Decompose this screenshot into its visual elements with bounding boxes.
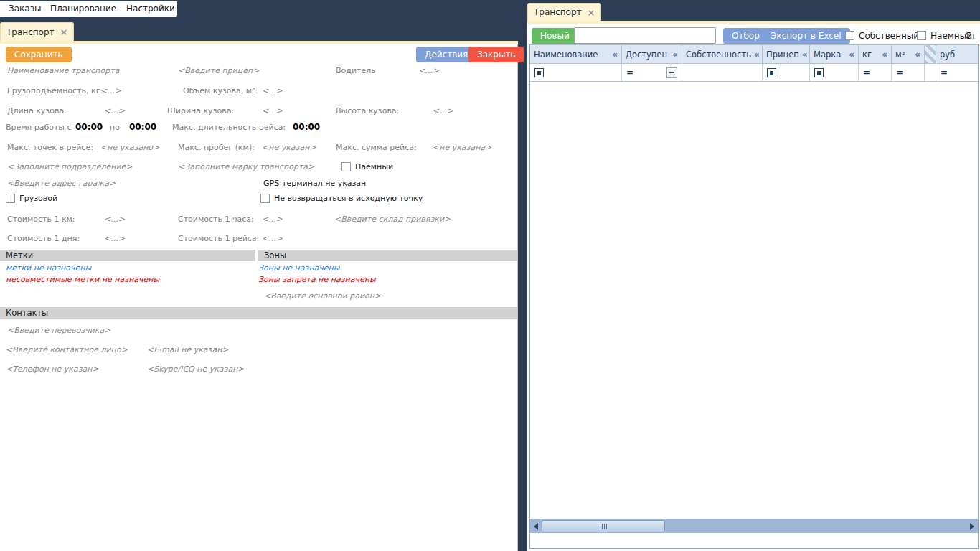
filter-cell-rub[interactable]: = [936, 64, 978, 81]
brand-field[interactable]: <Заполните марку транспорта> [178, 162, 314, 171]
filter-cell-ownership[interactable] [682, 64, 763, 81]
scroll-right-arrow-icon[interactable] [966, 519, 978, 533]
cost-km-value[interactable]: <...> [104, 215, 125, 224]
equals-operator-icon[interactable]: = [941, 67, 948, 77]
filter-cell-kg[interactable]: = [859, 64, 892, 81]
equals-operator-icon[interactable]: = [863, 67, 870, 77]
new-button[interactable]: Новый [532, 28, 578, 44]
collapse-column-icon[interactable]: « [612, 50, 618, 60]
column-header-trailer[interactable]: Прицеп « [763, 45, 810, 63]
own-checkbox-label: Собственный [859, 31, 919, 41]
garage-address-field[interactable]: <Введите адрес гаража> [7, 179, 116, 188]
close-tab-icon[interactable]: × [60, 27, 68, 37]
tags-not-assigned-link[interactable]: метки не назначены [6, 263, 91, 273]
zones-not-assigned-link[interactable]: Зоны не назначены [258, 263, 339, 273]
equals-operator-icon[interactable]: = [896, 67, 903, 77]
driver-label: Водитель [336, 66, 376, 75]
menu-item-planning[interactable]: Планирование [50, 4, 116, 14]
phone-field[interactable]: <Телефон не указан> [6, 364, 99, 374]
collapse-column-icon[interactable]: « [915, 50, 920, 60]
collapse-column-icon[interactable]: « [672, 50, 678, 60]
email-field[interactable]: <E-mail не указан> [147, 345, 229, 354]
work-time-from-value[interactable]: 00:00 [75, 122, 103, 132]
trailer-field[interactable]: <Введите прицеп> [178, 66, 259, 75]
column-header-rub[interactable]: руб [936, 45, 978, 63]
horizontal-scrollbar[interactable] [530, 519, 978, 533]
table-body-empty[interactable] [530, 82, 978, 519]
scroll-left-arrow-icon[interactable] [530, 519, 542, 533]
cargo-checkbox[interactable] [6, 194, 15, 203]
tab-transport-left[interactable]: Транспорт × [0, 22, 74, 41]
no-return-checkbox[interactable] [260, 194, 270, 203]
column-header-m3[interactable]: м³ « [892, 45, 925, 63]
collapse-column-icon[interactable]: « [849, 50, 854, 60]
cost-km-label: Стоимость 1 км: [7, 215, 75, 224]
close-tab-icon[interactable]: × [588, 8, 595, 17]
warehouse-field[interactable]: <Введите склад привязки> [334, 215, 451, 224]
search-input[interactable] [574, 27, 716, 44]
max-mileage-label: Макс. пробег (км): [178, 143, 255, 152]
tab-transport-left-label: Транспорт [6, 27, 55, 37]
actions-button[interactable]: Действия [416, 47, 476, 62]
column-header-available[interactable]: Доступен « [622, 45, 682, 63]
volume-value[interactable]: <...> [262, 86, 283, 95]
equals-operator-icon[interactable]: = [626, 67, 633, 77]
export-excel-button[interactable]: Экспорт в Excel [762, 28, 850, 44]
filter-cell-available[interactable]: = [622, 64, 682, 81]
column-resize-grip[interactable] [925, 45, 936, 63]
column-header-kg[interactable]: кг « [859, 45, 892, 63]
width-value[interactable]: <...> [262, 106, 283, 116]
filter-cell-brand[interactable] [810, 64, 859, 81]
max-sum-value[interactable]: <не указана> [433, 143, 491, 152]
collapse-column-icon[interactable]: « [802, 50, 808, 60]
skype-field[interactable]: <Skype/ICQ не указан> [147, 364, 245, 374]
cost-day-value[interactable]: <...> [104, 234, 125, 243]
filter-cell-m3[interactable]: = [892, 64, 925, 81]
main-area-field[interactable]: <Введите основной район> [264, 291, 381, 301]
own-checkbox[interactable] [845, 31, 854, 40]
filter-cell-trailer[interactable] [763, 64, 810, 81]
filter-cell-name[interactable] [530, 64, 622, 81]
height-value[interactable]: <...> [433, 106, 453, 116]
hired-checkbox-label: Наемный [355, 162, 393, 171]
column-header-name[interactable]: Наименование « [530, 45, 622, 63]
filter-item-icon[interactable] [767, 68, 776, 77]
column-header-ownership[interactable]: Собственность « [682, 45, 763, 63]
no-return-checkbox-label: Не возвращаться в исходную точку [274, 194, 423, 203]
capacity-value[interactable]: <...> [100, 86, 121, 95]
carrier-field[interactable]: <Введите перевозчика> [7, 326, 110, 335]
indeterminate-checkbox-icon[interactable] [666, 67, 677, 78]
column-header-brand[interactable]: Марка « [810, 45, 859, 63]
table-filter-row: = = = = [530, 64, 978, 82]
forbidden-zones-text[interactable]: Зоны запрета не назначены [258, 275, 376, 284]
filter-item-icon[interactable] [534, 68, 544, 77]
collapse-column-icon[interactable]: « [754, 50, 760, 60]
cost-hour-value[interactable]: <...> [262, 215, 283, 224]
max-mileage-value[interactable]: <не указан> [262, 143, 316, 152]
column-label: Прицеп [766, 50, 799, 60]
filter-item-icon[interactable] [814, 68, 824, 77]
cost-trip-value[interactable]: <...> [262, 234, 283, 243]
work-time-to-value[interactable]: 00:00 [129, 122, 156, 132]
incompatible-tags-text[interactable]: несовместимые метки не назначены [6, 275, 159, 284]
collapse-column-icon[interactable]: « [882, 50, 887, 60]
hired-checkbox[interactable] [341, 162, 351, 171]
driver-value[interactable]: <...> [418, 66, 439, 75]
menu-item-orders[interactable]: Заказы [9, 4, 42, 14]
max-trip-duration-value[interactable]: 00:00 [293, 122, 320, 132]
save-button[interactable]: Сохранить [6, 47, 72, 62]
contact-person-field[interactable]: <Введите контактное лицо> [6, 345, 128, 354]
max-points-value[interactable]: <не указано> [100, 143, 159, 152]
gps-terminal-text[interactable]: GPS-терминал не указан [263, 179, 366, 188]
table-header-row: Наименование « Доступен « Собственность … [530, 44, 978, 64]
length-value[interactable]: <...> [104, 106, 125, 116]
transport-name-field[interactable]: Наименование транспорта [7, 66, 119, 75]
division-field[interactable]: <Заполните подразделение> [7, 162, 133, 171]
tab-transport-right[interactable]: Транспорт × [527, 3, 601, 21]
scrollbar-thumb[interactable] [542, 520, 665, 532]
hired-filter-checkbox[interactable] [917, 31, 926, 40]
transport-list-content: Новый Отбор Экспорт в Excel Собственный … [527, 24, 980, 551]
menu-item-settings[interactable]: Настройки [126, 4, 175, 14]
close-button[interactable]: Закрыть [468, 47, 524, 62]
column-label: Доступен [626, 50, 667, 60]
